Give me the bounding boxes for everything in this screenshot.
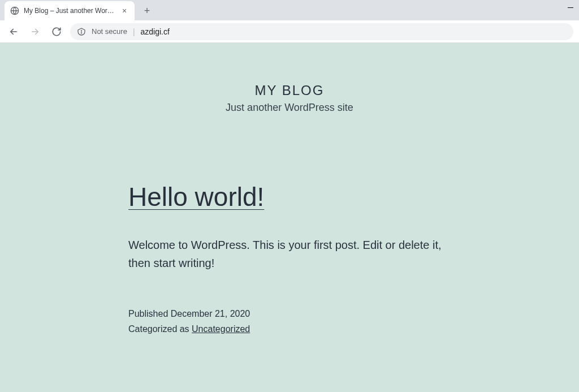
post: Hello world! Welcome to WordPress. This …: [128, 182, 451, 337]
reload-button[interactable]: [49, 24, 64, 40]
back-button[interactable]: [6, 24, 21, 40]
svg-point-1: [81, 32, 81, 33]
window-controls: ─: [567, 3, 574, 11]
forward-button[interactable]: [27, 24, 43, 40]
globe-icon: [10, 6, 19, 15]
browser-tab[interactable]: My Blog – Just another WordPres ×: [5, 1, 135, 20]
post-title-link[interactable]: Hello world!: [128, 182, 451, 212]
browser-toolbar: Not secure | azdigi.cf: [0, 20, 579, 43]
site-header: MY BLOG Just another WordPress site: [128, 83, 451, 114]
published-label: Published: [128, 309, 171, 318]
address-bar[interactable]: Not secure | azdigi.cf: [70, 23, 573, 40]
omnibar-separator: |: [133, 27, 135, 36]
security-label: Not secure: [92, 27, 127, 36]
content-container: MY BLOG Just another WordPress site Hell…: [117, 83, 462, 337]
site-title[interactable]: MY BLOG: [128, 83, 451, 98]
tab-title: My Blog – Just another WordPres: [24, 7, 115, 15]
categorized-label: Categorized as: [128, 324, 192, 334]
new-tab-button[interactable]: +: [139, 3, 155, 19]
not-secure-icon: [77, 27, 86, 36]
browser-tab-strip: My Blog – Just another WordPres × + ─: [0, 0, 579, 20]
page-viewport: MY BLOG Just another WordPress site Hell…: [0, 43, 579, 392]
post-published-line: Published December 21, 2020: [128, 306, 451, 321]
post-excerpt: Welcome to WordPress. This is your first…: [128, 236, 451, 272]
url-text: azdigi.cf: [141, 27, 170, 36]
minimize-icon[interactable]: ─: [567, 3, 574, 11]
post-category-line: Categorized as Uncategorized: [128, 321, 451, 337]
category-link[interactable]: Uncategorized: [192, 324, 250, 334]
close-icon[interactable]: ×: [120, 6, 129, 15]
site-tagline: Just another WordPress site: [128, 102, 451, 114]
post-meta: Published December 21, 2020 Categorized …: [128, 306, 451, 337]
published-date: December 21, 2020: [171, 309, 250, 318]
